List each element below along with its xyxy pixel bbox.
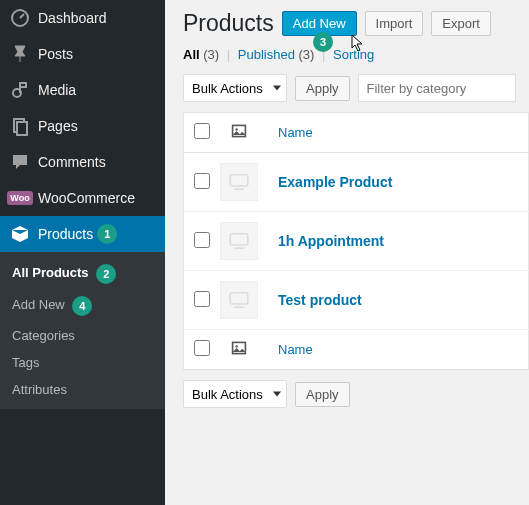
filter-all[interactable]: All xyxy=(183,47,200,62)
sidebar-item-products[interactable]: Products 1 xyxy=(0,216,165,252)
page-heading: Products Add New 3 Import Export xyxy=(183,10,529,37)
filter-published[interactable]: Published xyxy=(238,47,295,62)
sidebar-label: Dashboard xyxy=(38,10,107,26)
svg-rect-6 xyxy=(230,175,248,186)
submenu-label: Tags xyxy=(12,355,39,370)
submenu-tags[interactable]: Tags xyxy=(0,349,165,376)
apply-button[interactable]: Apply xyxy=(295,76,350,101)
product-thumbnail[interactable] xyxy=(220,163,258,201)
submenu-add-new[interactable]: Add New 4 xyxy=(0,290,165,322)
sidebar-label: Media xyxy=(38,82,76,98)
page-title: Products xyxy=(183,10,274,37)
pages-icon xyxy=(10,116,30,136)
import-button[interactable]: Import xyxy=(365,11,424,36)
apply-button-bottom[interactable]: Apply xyxy=(295,382,350,407)
filter-published-count: (3) xyxy=(299,47,315,62)
select-all-checkbox[interactable] xyxy=(194,123,210,139)
tour-badge: 2 xyxy=(96,264,116,284)
select-all-checkbox-footer[interactable] xyxy=(194,340,210,356)
bulk-actions-select-bottom[interactable]: Bulk Actions xyxy=(183,380,287,408)
sidebar-item-media[interactable]: Media xyxy=(0,72,165,108)
tour-badge: 4 xyxy=(72,296,92,316)
submenu-label: Attributes xyxy=(12,382,67,397)
sidebar-item-pages[interactable]: Pages xyxy=(0,108,165,144)
svg-rect-3 xyxy=(17,122,27,135)
svg-point-5 xyxy=(235,128,237,130)
table-row: Example Product xyxy=(184,153,529,212)
row-checkbox[interactable] xyxy=(194,173,210,189)
comments-icon xyxy=(10,152,30,172)
sidebar-item-dashboard[interactable]: Dashboard xyxy=(0,0,165,36)
submenu-label: Add New xyxy=(12,297,65,312)
row-checkbox[interactable] xyxy=(194,291,210,307)
main-content: Products Add New 3 Import Export All (3)… xyxy=(165,0,529,505)
table-footer-row: Name xyxy=(184,330,529,370)
bulk-select-wrap: Bulk Actions xyxy=(183,380,287,408)
admin-sidebar: Dashboard Posts Media Pages Comments Woo… xyxy=(0,0,165,505)
table-row: 1h Appointment xyxy=(184,212,529,271)
product-name[interactable]: Test product xyxy=(268,271,529,330)
cursor-icon xyxy=(351,34,367,55)
export-button[interactable]: Export xyxy=(431,11,491,36)
media-icon xyxy=(10,80,30,100)
category-filter-input[interactable] xyxy=(358,74,516,102)
sidebar-item-posts[interactable]: Posts xyxy=(0,36,165,72)
bulk-actions-select[interactable]: Bulk Actions xyxy=(183,74,287,102)
sidebar-label: WooCommerce xyxy=(38,190,135,206)
submenu-all-products[interactable]: All Products 2 xyxy=(0,258,165,290)
svg-point-10 xyxy=(235,345,237,347)
sidebar-item-comments[interactable]: Comments xyxy=(0,144,165,180)
products-icon xyxy=(10,224,30,244)
row-checkbox[interactable] xyxy=(194,232,210,248)
submenu-categories[interactable]: Categories xyxy=(0,322,165,349)
sidebar-label: Pages xyxy=(38,118,78,134)
submenu-label: Categories xyxy=(12,328,75,343)
product-name[interactable]: Example Product xyxy=(268,153,529,212)
dashboard-icon xyxy=(10,8,30,28)
bulk-actions-row: Bulk Actions Apply xyxy=(183,74,529,102)
submenu-label: All Products xyxy=(12,265,89,280)
name-footer[interactable]: Name xyxy=(268,330,529,370)
tour-badge: 1 xyxy=(97,224,117,244)
button-label: Add New xyxy=(293,16,346,31)
product-thumbnail[interactable] xyxy=(220,281,258,319)
thumbnail-header xyxy=(210,113,268,153)
pin-icon xyxy=(10,44,30,64)
svg-rect-7 xyxy=(230,234,248,245)
sidebar-label: Posts xyxy=(38,46,73,62)
product-thumbnail[interactable] xyxy=(220,222,258,260)
svg-rect-8 xyxy=(230,293,248,304)
add-new-button[interactable]: Add New 3 xyxy=(282,11,357,36)
products-submenu: All Products 2 Add New 4 Categories Tags… xyxy=(0,252,165,409)
table-header-row: Name xyxy=(184,113,529,153)
table-row: Test product xyxy=(184,271,529,330)
filter-all-count: (3) xyxy=(203,47,219,62)
image-icon xyxy=(231,344,247,359)
select-all-header xyxy=(184,113,211,153)
products-table: Name Example Product1h AppointmentTest p… xyxy=(183,112,529,370)
sidebar-label: Comments xyxy=(38,154,106,170)
product-name[interactable]: 1h Appointment xyxy=(268,212,529,271)
name-header[interactable]: Name xyxy=(268,113,529,153)
sidebar-item-woocommerce[interactable]: Woo WooCommerce xyxy=(0,180,165,216)
sidebar-label: Products xyxy=(38,226,93,242)
submenu-attributes[interactable]: Attributes xyxy=(0,376,165,403)
image-icon xyxy=(231,127,247,142)
bulk-actions-row-bottom: Bulk Actions Apply xyxy=(183,380,529,418)
bulk-select-wrap: Bulk Actions xyxy=(183,74,287,102)
tour-badge: 3 xyxy=(313,32,333,52)
woo-icon: Woo xyxy=(10,188,30,208)
